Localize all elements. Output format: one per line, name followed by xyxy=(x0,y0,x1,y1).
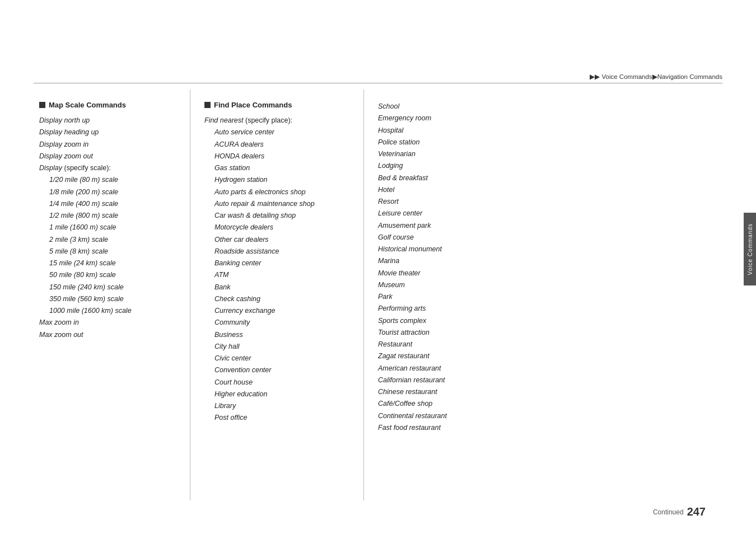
list-item: Bed & breakfast xyxy=(378,172,728,184)
top-divider xyxy=(34,83,722,83)
right-column: School Emergency room Hospital Police st… xyxy=(364,90,739,500)
main-content: Map Scale Commands Display north up Disp… xyxy=(34,90,739,500)
list-item: Continental restaurant xyxy=(378,410,728,422)
list-item: 1/4 mile (400 m) scale xyxy=(39,198,179,210)
list-item: Chinese restaurant xyxy=(378,386,728,398)
list-item: 5 mile (8 km) scale xyxy=(39,246,179,257)
list-item: ACURA dealers xyxy=(204,139,352,151)
list-item: Display zoom in xyxy=(39,139,179,151)
list-item: Museum xyxy=(378,279,728,291)
list-item: Golf course xyxy=(378,232,728,243)
list-item: Café/Coffee shop xyxy=(378,398,728,410)
list-item: Banking center xyxy=(204,257,352,269)
list-item: 2 mile (3 km) scale xyxy=(39,234,179,246)
find-place-title: Find Place Commands xyxy=(214,101,292,109)
list-item: Currency exchange xyxy=(204,305,352,317)
side-tab-label: Voice Commands xyxy=(747,223,753,275)
list-item: Post office xyxy=(204,412,352,424)
list-item: 1/8 mile (200 m) scale xyxy=(39,186,179,198)
list-item: Hydrogen station xyxy=(204,174,352,186)
list-item: Display heading up xyxy=(39,127,179,138)
list-item: Fast food restaurant xyxy=(378,422,728,434)
list-item: Californian restaurant xyxy=(378,374,728,386)
footer: Continued 247 xyxy=(653,505,706,518)
list-item: Civic center xyxy=(204,353,352,364)
map-scale-column: Map Scale Commands Display north up Disp… xyxy=(34,90,190,500)
list-item: ATM xyxy=(204,269,352,281)
page-number: 247 xyxy=(687,505,706,518)
list-item: Display zoom out xyxy=(39,151,179,162)
find-place-list: Find nearest (specify place): Auto servi… xyxy=(204,115,352,424)
list-item: Park xyxy=(378,291,728,303)
list-item: Gas station xyxy=(204,162,352,174)
list-item: Lodging xyxy=(378,160,728,172)
list-item: School xyxy=(378,101,728,113)
list-item: Display north up xyxy=(39,115,179,127)
list-item: Car wash & detailing shop xyxy=(204,210,352,222)
list-item: 1/20 mile (80 m) scale xyxy=(39,174,179,186)
list-item: Motorcycle dealers xyxy=(204,222,352,233)
list-item: Veterinarian xyxy=(378,148,728,160)
list-item: Roadside assistance xyxy=(204,246,352,257)
list-item: 350 mile (560 km) scale xyxy=(39,293,179,305)
list-item: Performing arts xyxy=(378,303,728,315)
list-item: Community xyxy=(204,317,352,329)
list-item: Amusement park xyxy=(378,220,728,232)
list-item: City hall xyxy=(204,341,352,353)
continued-label: Continued xyxy=(653,508,684,516)
right-list: School Emergency room Hospital Police st… xyxy=(378,101,728,434)
list-item: Library xyxy=(204,400,352,412)
side-tab: Voice Commands xyxy=(744,213,756,285)
list-item: Court house xyxy=(204,377,352,388)
map-scale-title: Map Scale Commands xyxy=(49,101,126,109)
map-scale-icon xyxy=(39,102,45,108)
list-item: 50 mile (80 km) scale xyxy=(39,269,179,281)
list-item: American restaurant xyxy=(378,363,728,374)
list-item: Auto service center xyxy=(204,127,352,138)
list-item: Higher education xyxy=(204,388,352,400)
list-item: Marina xyxy=(378,255,728,267)
list-item: 15 mile (24 km) scale xyxy=(39,257,179,269)
list-item: Other car dealers xyxy=(204,234,352,246)
breadcrumb: ▶▶ Voice Commands▶Navigation Commands xyxy=(590,73,722,81)
list-item: Max zoom in xyxy=(39,317,179,329)
list-item: Hospital xyxy=(378,125,728,137)
list-item: Tourist attraction xyxy=(378,327,728,339)
find-place-heading: Find Place Commands xyxy=(204,101,352,109)
list-item: 150 mile (240 km) scale xyxy=(39,282,179,293)
list-item: Historical monument xyxy=(378,243,728,255)
list-item: Leisure center xyxy=(378,208,728,219)
list-item: 1000 mile (1600 km) scale xyxy=(39,305,179,317)
breadcrumb-text: ▶▶ Voice Commands▶Navigation Commands xyxy=(590,73,722,81)
list-item: Auto repair & maintenance shop xyxy=(204,198,352,210)
list-item: Auto parts & electronics shop xyxy=(204,186,352,198)
list-item: Find nearest (specify place): xyxy=(204,115,352,127)
list-item: Display (specify scale): xyxy=(39,162,179,174)
list-item: 1/2 mile (800 m) scale xyxy=(39,210,179,222)
list-item: Convention center xyxy=(204,364,352,376)
list-item: Movie theater xyxy=(378,268,728,279)
list-item: Emergency room xyxy=(378,113,728,124)
find-place-column: Find Place Commands Find nearest (specif… xyxy=(190,90,364,500)
list-item: Max zoom out xyxy=(39,329,179,341)
list-item: Check cashing xyxy=(204,293,352,305)
list-item: Business xyxy=(204,329,352,341)
find-place-icon xyxy=(204,102,211,108)
list-item: Police station xyxy=(378,137,728,148)
list-item: Zagat restaurant xyxy=(378,350,728,362)
list-item: Sports complex xyxy=(378,315,728,327)
list-item: Bank xyxy=(204,282,352,293)
list-item: 1 mile (1600 m) scale xyxy=(39,222,179,233)
list-item: HONDA dealers xyxy=(204,151,352,162)
list-item: Resort xyxy=(378,196,728,208)
map-scale-list: Display north up Display heading up Disp… xyxy=(39,115,179,341)
list-item: Restaurant xyxy=(378,339,728,350)
list-item: Hotel xyxy=(378,184,728,196)
map-scale-heading: Map Scale Commands xyxy=(39,101,179,109)
